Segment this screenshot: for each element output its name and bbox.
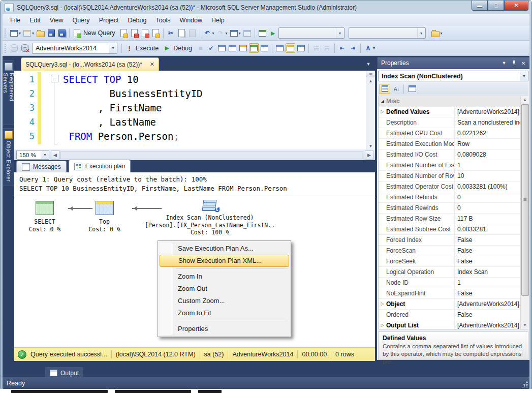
- property-row[interactable]: Estimated Row Size 117 B: [379, 214, 528, 224]
- menu-item[interactable]: Help: [207, 15, 229, 25]
- query-options-icon[interactable]: [238, 43, 248, 53]
- navigate-forward-icon[interactable]: [242, 28, 252, 38]
- plan-node-index-scan[interactable]: Index Scan (NonClustered) [Person].[IX_P…: [139, 198, 281, 236]
- new-query-button[interactable]: New Query: [83, 29, 115, 37]
- collapse-region-icon[interactable]: −: [51, 75, 58, 82]
- scroll-down-icon[interactable]: ▼: [521, 321, 529, 329]
- scrollbar-thumb[interactable]: [521, 104, 529, 296]
- combo-caret-icon[interactable]: ▾: [336, 28, 344, 38]
- sidebar-tab-registered-servers[interactable]: Registered Servers: [3, 60, 14, 125]
- menu-item[interactable]: Query: [68, 15, 95, 25]
- execute-button[interactable]: Execute: [136, 45, 159, 52]
- toolbar-options-icon[interactable]: ▾: [441, 31, 443, 36]
- menu-item[interactable]: File: [6, 15, 25, 25]
- sidebar-tab-object-explorer[interactable]: Object Explorer: [3, 128, 14, 186]
- maximize-button[interactable]: ▢: [488, 1, 504, 11]
- connect-icon[interactable]: [9, 43, 19, 53]
- comment-icon[interactable]: ☰: [311, 43, 321, 53]
- navigate-caret-icon[interactable]: ▾: [239, 31, 241, 36]
- combo-caret-icon[interactable]: ▾: [109, 43, 117, 53]
- menu-item[interactable]: Edit: [25, 15, 45, 25]
- scroll-down-icon[interactable]: ▼: [366, 142, 375, 149]
- minimize-button[interactable]: ▬: [472, 1, 488, 11]
- context-menu-item[interactable]: Save Execution Plan As...: [159, 243, 290, 255]
- results-to-grid-icon[interactable]: [286, 43, 295, 53]
- new-item-icon[interactable]: [9, 28, 19, 38]
- combo-caret-icon[interactable]: ▾: [417, 28, 425, 38]
- close-tab-icon[interactable]: ✕: [150, 61, 154, 68]
- intellisense-enabled-icon[interactable]: [228, 43, 237, 53]
- redo-icon[interactable]: ↷: [216, 28, 226, 38]
- decrease-indent-icon[interactable]: ⇤: [337, 43, 347, 53]
- context-menu-item[interactable]: Show Execution Plan XML...: [160, 255, 289, 267]
- scroll-left-icon[interactable]: ◀: [51, 150, 59, 160]
- paste-icon[interactable]: [187, 28, 197, 38]
- menu-item[interactable]: Tools: [151, 15, 175, 25]
- change-connection-icon[interactable]: [20, 43, 29, 53]
- property-pages-icon[interactable]: [408, 84, 417, 94]
- scroll-right-icon[interactable]: ▶: [365, 150, 373, 160]
- execute-icon[interactable]: !: [124, 43, 134, 53]
- zoom-level-combo[interactable]: 150 % ▾: [16, 150, 49, 160]
- properties-header[interactable]: Properties ▼ ✕: [377, 57, 529, 69]
- toolbar-grip[interactable]: [4, 44, 7, 53]
- include-actual-plan-icon[interactable]: [249, 43, 259, 53]
- selected-object-combo[interactable]: Index Scan (NonClustered) ▾: [378, 71, 528, 81]
- context-menu-item[interactable]: Zoom Out: [159, 283, 290, 295]
- plan-node-select[interactable]: SELECT Cost: 0 %: [21, 201, 68, 233]
- navigate-backward-icon[interactable]: [229, 28, 239, 38]
- property-row[interactable]: Estimated Rewinds 0: [379, 203, 528, 214]
- context-menu-item[interactable]: Zoom to Fit: [159, 307, 290, 319]
- menu-item[interactable]: View: [45, 15, 68, 25]
- activity-monitor-icon[interactable]: [258, 28, 267, 38]
- dropdown-caret-icon[interactable]: ▾: [19, 31, 21, 36]
- scroll-up-icon[interactable]: ▲: [521, 96, 529, 104]
- pin-icon[interactable]: [510, 59, 518, 67]
- properties-scrollbar[interactable]: ▲ ▼: [520, 96, 529, 329]
- toolbar-combo-1[interactable]: ▾: [278, 27, 345, 39]
- available-databases-combo[interactable]: AdventureWorks2014 ▾: [32, 43, 117, 54]
- property-row[interactable]: Forced Index False: [379, 235, 528, 246]
- toolbar-grip[interactable]: [4, 28, 7, 38]
- open-folder-icon[interactable]: [431, 28, 441, 38]
- debug-button[interactable]: Debug: [173, 45, 192, 52]
- display-estimated-plan-icon[interactable]: [217, 43, 227, 53]
- property-row[interactable]: ForceSeek False: [379, 256, 528, 267]
- include-client-statistics-icon[interactable]: [260, 43, 269, 53]
- increase-indent-icon[interactable]: ⇥: [348, 43, 358, 53]
- property-row[interactable]: Description Scan a nonclustered index,: [379, 117, 528, 128]
- undo-caret-icon[interactable]: ▾: [212, 31, 214, 36]
- expand-icon[interactable]: [379, 299, 386, 309]
- horizontal-scrollbar[interactable]: [60, 151, 362, 159]
- menu-item[interactable]: Window: [175, 15, 207, 25]
- property-row[interactable]: Output List [AdventureWorks2014].[Pe: [379, 320, 528, 329]
- combo-caret-icon[interactable]: ▾: [520, 71, 528, 81]
- stop-icon[interactable]: ■: [196, 43, 205, 53]
- tab-messages[interactable]: Messages: [16, 161, 67, 172]
- cut-icon[interactable]: ✂: [166, 28, 176, 38]
- window-position-caret-icon[interactable]: ▼: [500, 59, 508, 67]
- specify-template-values-icon[interactable]: A: [363, 43, 373, 53]
- title-bar[interactable]: SQLQuery3.sql - (local)\SQL2014.Adventur…: [3, 1, 529, 14]
- sql-editor[interactable]: 1 2 3 4 5 − SELECT TOP 10 BusinessEntity…: [14, 71, 375, 149]
- uncomment-icon[interactable]: ☴: [322, 43, 332, 53]
- property-row[interactable]: Estimated Number of Executions 1: [379, 160, 528, 171]
- close-panel-icon[interactable]: ✕: [519, 59, 527, 67]
- property-row[interactable]: Estimated Number of Rows 10: [379, 171, 528, 182]
- property-row[interactable]: Node ID 1: [379, 278, 528, 288]
- redo-caret-icon[interactable]: ▾: [226, 31, 228, 36]
- property-row[interactable]: Estimated CPU Cost 0.0221262: [379, 128, 528, 139]
- results-to-file-icon[interactable]: [296, 43, 306, 53]
- toolbar-options-icon[interactable]: ▾: [373, 46, 375, 50]
- undo-icon[interactable]: ↶: [203, 28, 212, 38]
- expand-icon[interactable]: [379, 107, 386, 117]
- database-engine-query-icon[interactable]: [119, 28, 129, 38]
- context-menu-item[interactable]: Properties: [159, 323, 290, 335]
- toolbar-combo-2[interactable]: ▾: [349, 27, 426, 39]
- property-row[interactable]: Defined Values [AdventureWorks2014].[Pe: [379, 107, 528, 117]
- property-row[interactable]: Estimated Rebinds 0: [379, 192, 528, 203]
- expand-icon[interactable]: [379, 320, 386, 329]
- plan-node-top[interactable]: Top Cost: 0 %: [80, 201, 129, 233]
- resize-grip[interactable]: [522, 381, 528, 387]
- dropdown-caret-icon[interactable]: ▾: [32, 31, 34, 36]
